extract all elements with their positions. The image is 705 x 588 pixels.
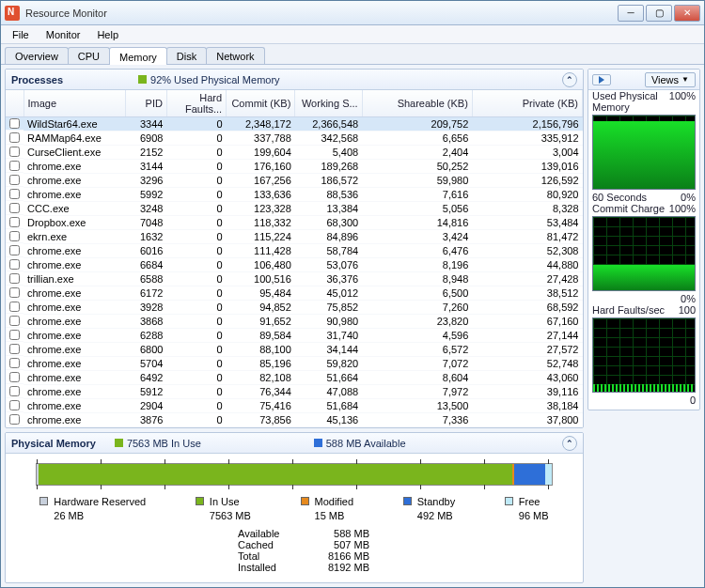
row-checkbox[interactable] [9,372,20,382]
table-row[interactable]: chrome.exe5912076,34447,0887,97239,116 [6,385,583,399]
table-header-row: ImagePIDHard Faults...Commit (KB)Working… [6,90,583,117]
row-checkbox[interactable] [9,231,20,241]
row-checkbox[interactable] [9,203,20,213]
table-row[interactable]: chrome.exe59920133,63688,5367,61680,920 [6,188,583,202]
table-row[interactable]: chrome.exe6172095,48445,0126,50038,512 [6,286,583,301]
graph-title: Hard Faults/sec [592,304,665,316]
table-row[interactable]: chrome.exe32960167,256186,57259,980126,5… [6,174,583,188]
table-row[interactable]: CurseClient.exe21520199,6045,4082,4043,0… [6,146,583,160]
row-checkbox[interactable] [9,414,20,425]
processes-table-scroll[interactable]: ImagePIDHard Faults...Commit (KB)Working… [6,90,583,427]
column-header[interactable]: Private (KB) [472,90,582,117]
in-use-label: 7563 MB In Use [127,438,201,449]
available-label: 588 MB Available [326,438,406,449]
graph-title: Commit Charge [592,203,665,214]
perf-graph [592,216,696,291]
row-checkbox[interactable] [9,259,20,270]
in-use-swatch [115,439,123,447]
views-label: Views [651,74,679,85]
table-row[interactable]: chrome.exe2904075,41651,68413,50038,184 [6,399,583,413]
tab-network[interactable]: Network [206,47,264,64]
legend-item: Hardware Reserved26 MB [39,495,146,522]
legend-swatch [196,497,204,505]
table-row[interactable]: chrome.exe5376073,40074,79623,70051,096 [6,427,583,428]
physical-memory-header[interactable]: Physical Memory 7563 MB In Use 588 MB Av… [6,433,583,454]
row-checkbox[interactable] [9,344,20,354]
tab-overview[interactable]: Overview [5,47,69,64]
row-checkbox[interactable] [9,400,20,410]
table-row[interactable]: chrome.exe5704085,19659,8207,07252,748 [6,357,583,371]
column-header[interactable]: Shareable (KB) [362,90,472,117]
legend-swatch [403,497,412,505]
table-row[interactable]: trillian.exe65880100,51636,3768,94827,42… [6,272,583,286]
table-row[interactable]: chrome.exe6800088,10034,1446,57227,572 [6,343,583,357]
play-button[interactable] [592,74,611,85]
column-header[interactable]: Commit (KB) [227,90,295,117]
row-checkbox[interactable] [9,330,20,340]
row-checkbox[interactable] [9,302,20,312]
graph-title: Used Physical Memory [592,90,669,113]
table-row[interactable]: chrome.exe66840106,48053,0768,19644,880 [6,258,583,272]
memory-stats: Available588 MBCached507 MBTotal8166 MBI… [238,528,369,573]
table-row[interactable]: chrome.exe3876073,85645,1367,33637,800 [6,413,583,427]
table-row[interactable]: chrome.exe31440176,160189,26850,252139,0… [6,160,583,174]
row-checkbox[interactable] [9,118,20,129]
row-checkbox[interactable] [9,217,20,227]
available-swatch [314,439,322,447]
processes-table: ImagePIDHard Faults...Commit (KB)Working… [6,90,583,427]
menu-monitor[interactable]: Monitor [39,27,88,42]
legend-item: Standby492 MB [403,495,455,522]
minimize-button[interactable]: ─ [618,5,644,22]
menu-bar: FileMonitorHelp [1,25,704,44]
legend-swatch [301,497,309,505]
table-row[interactable]: CCC.exe32480123,32813,3845,0568,328 [6,202,583,216]
perf-graph [592,115,696,190]
table-row[interactable]: chrome.exe60160111,42858,7846,47652,308 [6,244,583,258]
column-header[interactable]: PID [126,90,166,117]
sidebar-header: Views▼ [588,70,699,90]
row-checkbox[interactable] [9,161,20,171]
row-checkbox[interactable] [9,175,20,185]
table-row[interactable]: Dropbox.exe70480118,33268,30014,81653,48… [6,216,583,230]
table-row[interactable]: chrome.exe6288089,58431,7404,59627,144 [6,329,583,343]
row-checkbox[interactable] [9,386,20,396]
column-header[interactable]: Image [24,90,126,117]
table-row[interactable]: chrome.exe3928094,85275,8527,26068,592 [6,301,583,315]
menu-help[interactable]: Help [89,27,126,42]
window-title: Resource Monitor [25,8,618,19]
perf-graph [592,317,696,393]
tab-strip: OverviewCPUMemoryDiskNetwork [1,44,704,65]
tab-memory[interactable]: Memory [109,47,167,65]
views-button[interactable]: Views▼ [645,72,696,87]
row-checkbox[interactable] [9,273,20,284]
row-checkbox[interactable] [9,316,20,326]
table-row[interactable]: RAMMap64.exe69080337,788342,5686,656335,… [6,132,583,146]
row-checkbox[interactable] [9,132,20,143]
table-row[interactable]: chrome.exe3868091,65290,98023,82067,160 [6,315,583,329]
table-row[interactable]: ekrn.exe16320115,22484,8963,42481,472 [6,230,583,244]
legend-item: Free96 MB [505,495,549,522]
tab-disk[interactable]: Disk [166,47,207,64]
menu-file[interactable]: File [5,27,37,42]
row-checkbox[interactable] [9,189,20,199]
column-header[interactable]: Working S... [295,90,362,117]
row-checkbox[interactable] [9,245,20,255]
row-checkbox[interactable] [9,358,20,368]
title-bar: Resource Monitor ─ ▢ ✕ [1,1,704,25]
collapse-icon[interactable]: ⌃ [562,436,577,451]
row-checkbox[interactable] [9,147,20,157]
memory-usage-swatch [138,75,147,84]
row-checkbox[interactable] [9,287,20,298]
table-row[interactable]: chrome.exe6492082,10851,6648,60443,060 [6,371,583,385]
processes-header[interactable]: Processes 92% Used Physical Memory ⌃ [6,70,583,90]
physical-memory-title: Physical Memory [11,438,96,449]
play-icon [599,76,604,84]
table-row[interactable]: WildStar64.exe334402,348,1722,366,548209… [6,117,583,132]
close-button[interactable]: ✕ [674,5,700,22]
tab-cpu[interactable]: CPU [68,47,110,64]
legend-swatch [39,497,48,505]
collapse-icon[interactable]: ⌃ [562,72,577,87]
maximize-button[interactable]: ▢ [646,5,672,22]
legend-item: In Use7563 MB [196,495,251,522]
column-header[interactable]: Hard Faults... [166,90,226,117]
